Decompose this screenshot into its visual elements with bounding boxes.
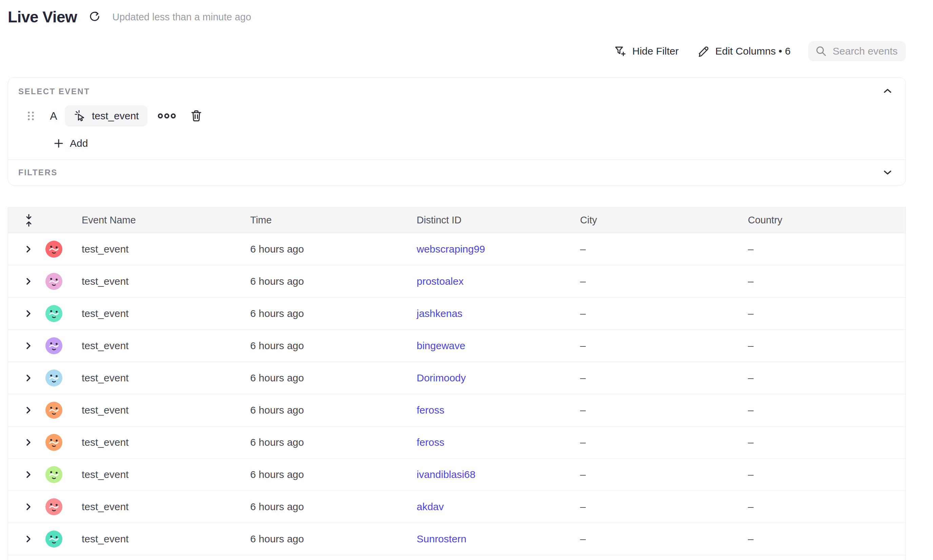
more-options-button[interactable] <box>158 112 176 119</box>
distinct-id-cell: ivandiblasi68 <box>417 469 580 480</box>
avatar-face-icon <box>45 273 62 290</box>
avatar-face-icon <box>45 337 62 354</box>
row-expander-button[interactable] <box>26 245 40 253</box>
distinct-id-link[interactable]: feross <box>417 405 445 415</box>
avatar <box>45 402 62 418</box>
table-row: test_event 6 hours ago bingewave – – <box>8 330 905 362</box>
country-cell: – <box>748 501 905 512</box>
city-cell: – <box>580 340 748 352</box>
distinct-id-cell: Dorimoody <box>417 372 580 384</box>
country-cell: – <box>748 437 905 448</box>
time-cell: 6 hours ago <box>250 533 417 545</box>
avatar-cell <box>40 337 82 354</box>
add-label: Add <box>70 138 88 149</box>
distinct-id-link[interactable]: bingewave <box>417 340 465 351</box>
pencil-icon <box>696 45 710 58</box>
row-expander-button[interactable] <box>26 503 40 511</box>
avatar-cell <box>40 305 82 322</box>
distinct-id-link[interactable]: Dorimoody <box>417 372 466 383</box>
refresh-button[interactable] <box>88 11 101 23</box>
avatar-cell <box>40 498 82 515</box>
row-expander-button[interactable] <box>26 535 40 543</box>
add-event-button[interactable]: Add <box>54 138 88 149</box>
distinct-id-link[interactable]: prostoalex <box>417 275 463 287</box>
page-header: Live View Updated less than a minute ago <box>8 8 906 26</box>
row-expander-button[interactable] <box>26 471 40 478</box>
row-expander-button[interactable] <box>26 438 40 446</box>
distinct-id-link[interactable]: feross <box>417 437 445 448</box>
trash-icon <box>189 109 203 123</box>
row-expander-button[interactable] <box>26 310 40 317</box>
filters-section[interactable]: FILTERS <box>8 160 905 185</box>
distinct-id-link[interactable]: webscraping99 <box>417 243 485 255</box>
row-expander-button[interactable] <box>26 374 40 382</box>
avatar <box>45 531 62 548</box>
selected-event-name: test_event <box>92 110 139 122</box>
table-row: test_event 6 hours ago prostoalex – – <box>8 265 905 298</box>
avatar-cell <box>40 369 82 386</box>
table-row: test_event 6 hours ago ivandiblasi68 – – <box>8 458 905 491</box>
avatar-face-icon <box>45 498 62 515</box>
distinct-id-link[interactable]: akdav <box>417 501 444 512</box>
collapse-rows-icon <box>24 214 34 227</box>
event-name-cell: test_event <box>82 275 250 287</box>
avatar-cell <box>40 434 82 451</box>
distinct-id-cell: webscraping99 <box>417 243 580 255</box>
hide-filter-button[interactable]: Hide Filter <box>613 45 679 58</box>
distinct-id-cell: Sunrostern <box>417 533 580 545</box>
table-row: test_event 6 hours ago feross – – <box>8 394 905 426</box>
distinct-id-link[interactable]: Sunrostern <box>417 533 466 545</box>
ellipsis-icon <box>158 112 176 119</box>
time-cell: 6 hours ago <box>250 340 417 352</box>
avatar-face-icon <box>45 402 62 418</box>
distinct-id-cell: prostoalex <box>417 275 580 287</box>
country-cell: – <box>748 275 905 287</box>
edit-columns-button[interactable]: Edit Columns • 6 <box>696 45 791 58</box>
avatar <box>45 241 62 258</box>
hide-filter-label: Hide Filter <box>632 45 679 57</box>
live-view-page: Live View Updated less than a minute ago… <box>0 8 933 560</box>
edit-columns-label: Edit Columns • 6 <box>715 45 791 57</box>
chevron-right-icon <box>26 310 31 317</box>
avatar <box>45 434 62 451</box>
avatar-face-icon <box>45 369 62 386</box>
chevron-right-icon <box>26 245 31 253</box>
country-cell: – <box>748 340 905 352</box>
chevron-right-icon <box>26 342 31 349</box>
selected-event-chip[interactable]: test_event <box>65 105 148 126</box>
distinct-id-link[interactable]: ivandiblasi68 <box>417 469 475 480</box>
events-table: Event Name Time Distinct ID City Country <box>8 207 906 560</box>
column-header-city: City <box>580 215 748 226</box>
query-builder-panel: SELECT EVENT A <box>8 77 906 185</box>
event-name-cell: test_event <box>82 501 250 512</box>
avatar <box>45 498 62 515</box>
plus-icon <box>54 138 64 148</box>
time-cell: 6 hours ago <box>250 308 417 319</box>
column-header-country: Country <box>748 215 905 226</box>
avatar <box>45 337 62 354</box>
avatar-face-icon <box>45 241 62 258</box>
delete-event-button[interactable] <box>189 109 203 123</box>
country-cell: – <box>748 469 905 480</box>
row-expander-button[interactable] <box>26 406 40 414</box>
event-name-cell: test_event <box>82 372 250 384</box>
time-cell: 6 hours ago <box>250 405 417 416</box>
row-expander-button[interactable] <box>26 278 40 285</box>
table-header-row: Event Name Time Distinct ID City Country <box>8 208 905 233</box>
avatar-cell <box>40 273 82 290</box>
country-cell: – <box>748 243 905 255</box>
drag-handle-icon[interactable] <box>27 111 35 122</box>
column-header-distinct-id: Distinct ID <box>417 215 580 226</box>
distinct-id-link[interactable]: jashkenas <box>417 308 462 319</box>
avatar-cell <box>40 531 82 548</box>
table-row: test_event 6 hours ago Sunrostern – – <box>8 523 905 555</box>
time-cell: 6 hours ago <box>250 469 417 480</box>
collapse-section-button[interactable] <box>883 88 892 94</box>
time-cell: 6 hours ago <box>250 437 417 448</box>
collapse-all-rows-button[interactable] <box>24 214 40 227</box>
row-expander-button[interactable] <box>26 342 40 349</box>
search-input[interactable] <box>833 45 899 57</box>
chevron-right-icon <box>26 471 31 478</box>
distinct-id-cell: feross <box>417 405 580 416</box>
avatar-face-icon <box>45 466 62 483</box>
